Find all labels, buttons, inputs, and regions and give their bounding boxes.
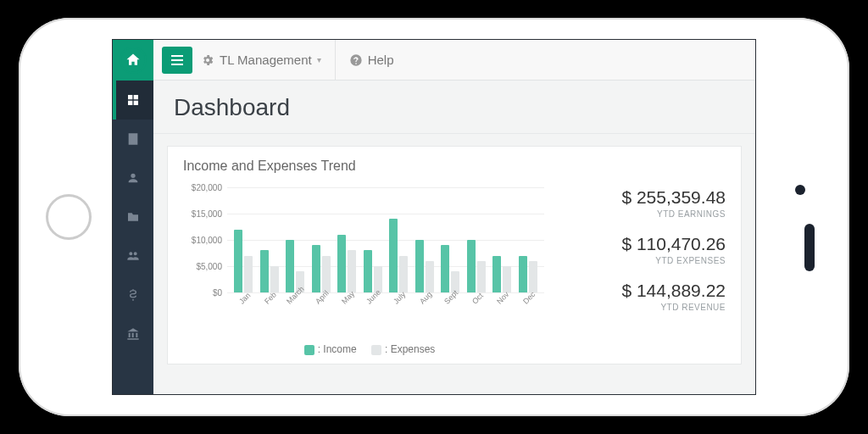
sidebar [113,40,153,394]
phone-camera [795,185,805,195]
bar-expenses-jan [244,256,253,292]
bar-expenses-oct [477,261,486,292]
ytick: $10,000 [183,236,222,245]
bar-income-jan [234,230,242,292]
building-icon [126,132,140,146]
dashboard-icon [126,93,140,107]
stat-earnings: $ 255,359.48 YTD EARNINGS [565,187,726,219]
bar-income-april [312,245,320,292]
stat-revenue-label: YTD REVENUE [565,303,726,312]
legend-expenses-swatch [371,345,381,355]
phone-home-button [46,194,92,240]
house-up-icon [125,52,142,69]
legend-income-swatch [304,345,314,355]
topbar: TL Management ▾ Help [153,40,755,81]
bar-expenses-nov [503,266,511,292]
bar-income-feb [260,250,269,292]
bar-income-dec [519,256,527,292]
user-icon [126,171,140,185]
stat-earnings-value: $ 255,359.48 [565,187,726,208]
folder-icon [126,210,140,224]
bar-expenses-july [399,256,408,292]
chevron-down-icon: ▾ [317,55,321,64]
bar-income-july [389,219,398,292]
sidebar-item-bank[interactable] [113,314,153,353]
ytick: $20,000 [183,183,222,192]
income-expenses-chart: $0$5,000$10,000$15,000$20,000JanFebMarch… [183,182,544,318]
help-link[interactable]: Help [349,53,394,67]
question-circle-icon [349,53,363,67]
stat-expenses-value: $ 110,470.26 [565,234,726,254]
management-dropdown[interactable]: TL Management ▾ [201,53,321,67]
legend-expenses-label: : Expenses [385,343,435,355]
management-label: TL Management [220,53,312,67]
legend-income-label: : Income [318,343,357,355]
brand-logo[interactable] [113,40,153,81]
main-area: TL Management ▾ Help Dashboard Income an… [153,40,755,394]
stats-panel: $ 255,359.48 YTD EARNINGS $ 110,470.26 Y… [565,182,726,355]
page-title: Dashboard [153,81,755,134]
bar-income-march [286,240,294,292]
chart-legend: : Income : Expenses [183,343,544,355]
chart-area: $0$5,000$10,000$15,000$20,000JanFebMarch… [183,182,544,355]
stat-earnings-label: YTD EARNINGS [565,209,726,219]
bar-expenses-dec [529,261,537,292]
bar-income-may [337,235,346,292]
stat-revenue-value: $ 144,889.22 [565,281,726,301]
app-screen: TL Management ▾ Help Dashboard Income an… [112,39,756,395]
ytick: $5,000 [183,262,222,271]
stat-expenses-label: YTD EXPENSES [565,256,726,265]
content: Income and Expenses Trend $0$5,000$10,00… [153,134,755,394]
bar-expenses-aug [426,261,434,292]
help-label: Help [368,53,394,67]
sidebar-item-group[interactable] [113,236,153,275]
sidebar-item-dashboard[interactable] [113,81,153,120]
hamburger-button[interactable] [162,47,192,74]
bar-income-sept [441,245,449,292]
bank-icon [126,327,140,341]
stat-revenue: $ 144,889.22 YTD REVENUE [565,281,726,312]
ytick: $0 [183,288,222,298]
topbar-divider [335,40,336,81]
bar-income-nov [492,256,501,292]
sidebar-item-user[interactable] [113,159,153,198]
xtick: Oct [470,292,485,306]
stat-expenses: $ 110,470.26 YTD EXPENSES [565,234,726,265]
phone-frame: TL Management ▾ Help Dashboard Income an… [19,18,849,416]
bar-expenses-feb [270,266,279,292]
sidebar-item-folder[interactable] [113,198,153,236]
sidebar-item-money[interactable] [113,275,153,314]
bar-income-aug [415,240,424,292]
card-title: Income and Expenses Trend [183,159,726,174]
income-expenses-card: Income and Expenses Trend $0$5,000$10,00… [167,146,742,364]
sidebar-item-building[interactable] [113,120,153,159]
ytick: $15,000 [183,209,222,219]
money-icon [126,288,140,302]
bar-income-june [364,250,372,292]
bar-expenses-may [348,250,356,292]
phone-speaker [804,224,815,271]
bar-expenses-april [322,256,331,292]
group-icon [126,249,140,263]
bar-income-oct [467,240,476,292]
gear-icon [201,53,214,67]
